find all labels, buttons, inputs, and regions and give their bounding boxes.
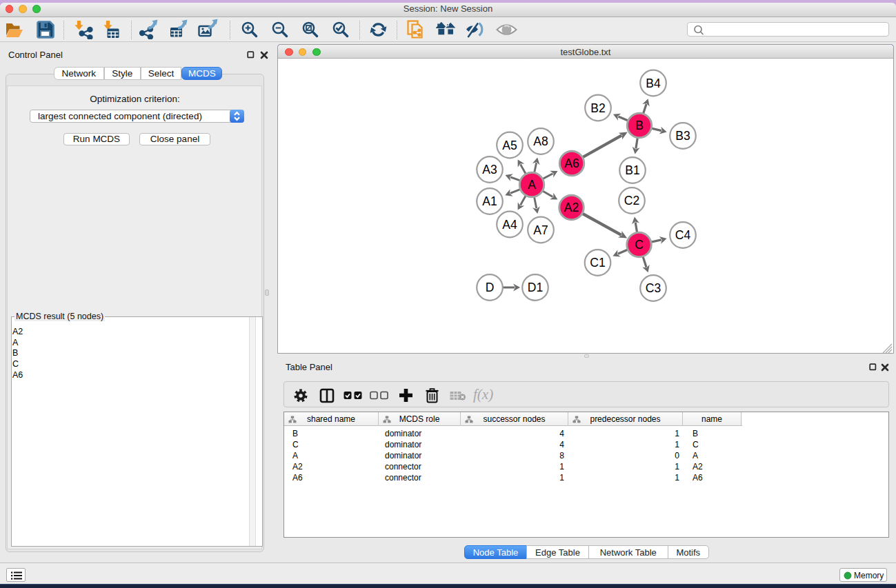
svg-text:A3: A3 [482,163,497,176]
svg-text:A7: A7 [533,223,548,237]
svg-text:C3: C3 [646,281,661,295]
svg-text:B4: B4 [646,77,661,90]
svg-text:B1: B1 [625,163,639,177]
svg-text:C2: C2 [624,194,639,207]
svg-text:D: D [486,281,495,294]
svg-text:A6: A6 [564,156,579,170]
svg-text:B: B [635,119,644,132]
svg-text:A5: A5 [502,139,517,152]
svg-text:A1: A1 [482,194,497,208]
svg-text:C4: C4 [675,228,691,242]
svg-text:A4: A4 [502,218,517,232]
svg-text:C1: C1 [590,256,605,270]
svg-text:B3: B3 [675,129,690,143]
svg-text:C: C [635,238,644,252]
svg-text:A: A [528,178,536,192]
svg-text:A8: A8 [533,134,548,148]
svg-text:D1: D1 [528,281,543,294]
svg-text:A2: A2 [564,201,579,214]
svg-text:B2: B2 [590,101,605,115]
